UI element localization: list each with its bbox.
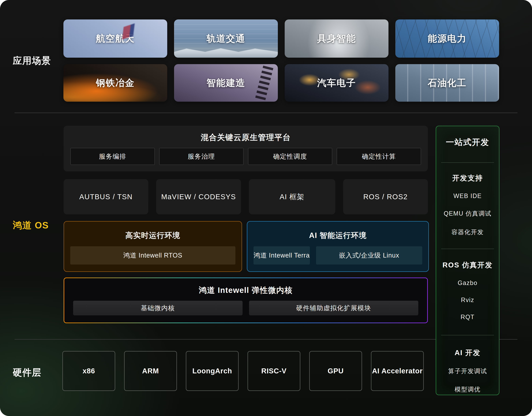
scenario-card-steel-metallurgy: 钢铁冶金 (63, 64, 167, 102)
intewell-rtos-chip: 鸿道 Intewell RTOS (70, 246, 235, 265)
hardware-riscv: RISC-V (247, 351, 300, 391)
section-label-os: 鸿道 OS (13, 219, 49, 232)
realtime-runtime-items: 鸿道 Intewell RTOS (64, 241, 242, 271)
sidebar-heading-ros-sim: ROS 仿真开发 (443, 260, 493, 270)
sidebar-item-qemu-debug: QEMU 仿真调试 (444, 209, 491, 218)
sidebar-item-container-dev: 容器化开发 (451, 228, 484, 236)
realtime-runtime-panel: 高实时运行环境 鸿道 Intewell RTOS (64, 221, 242, 272)
microkernel-panel-border: 鸿道 Intewell 弹性微内核 基础微内核 硬件辅助虚拟化扩展模块 (64, 278, 428, 323)
sidebar-title: 一站式开发 (446, 137, 489, 148)
middleware-row: AUTBUS / TSN MaVIEW / CODESYS AI 框架 ROS … (64, 179, 428, 214)
middleware-autbus-tsn: AUTBUS / TSN (64, 179, 148, 214)
ai-runtime-items: 鸿道 Intewell Terra 嵌入式/企业级 Linux (247, 241, 428, 271)
base-microkernel-chip: 基础微内核 (73, 301, 243, 315)
card-label: 石油化工 (395, 64, 499, 102)
cloud-item-service-governance: 服务治理 (159, 148, 244, 165)
middleware-maview-codesys: MaVIEW / CODESYS (156, 179, 241, 214)
sidebar-heading-dev-support: 开发支持 (452, 173, 483, 183)
card-label: 轨道交通 (174, 19, 278, 58)
one-stop-dev-sidebar: 一站式开发 开发支持 WEB IDE QEMU 仿真调试 容器化开发 ROS 仿… (436, 126, 499, 395)
embedded-enterprise-linux-chip: 嵌入式/企业级 Linux (316, 246, 422, 265)
cloud-item-deterministic-computing: 确定性计算 (337, 148, 421, 165)
scenario-card-automotive-electronics: 汽车电子 (285, 64, 389, 102)
sidebar-item-operator-dev-debug: 算子开发调试 (448, 367, 487, 375)
card-label: 具身智能 (285, 19, 389, 58)
sidebar-item-gazbo: Gazbo (458, 279, 477, 287)
hardware-ai-accelerator: AI Accelerator (371, 351, 424, 391)
microkernel-title: 鸿道 Intewell 弹性微内核 (64, 285, 427, 296)
intewell-terra-chip: 鸿道 Intewell Terra (254, 246, 310, 265)
scenario-card-rail-transit: 轨道交通 (174, 19, 278, 58)
hardware-gpu: GPU (309, 351, 362, 391)
sidebar-heading-ai-dev: AI 开发 (455, 348, 481, 358)
section-label-hardware: 硬件层 (13, 366, 41, 379)
sidebar-item-rviz: Rviz (461, 296, 474, 304)
card-label: 汽车电子 (285, 64, 389, 102)
sidebar-item-rqt: RQT (461, 313, 475, 321)
realtime-runtime-title: 高实时运行环境 (64, 231, 242, 241)
card-label: 智能建造 (174, 64, 278, 102)
cloud-platform-panel: 混合关键云原生管理平台 服务编排 服务治理 确定性调度 确定性计算 (64, 126, 428, 171)
card-label: 航空航天 (63, 19, 167, 58)
card-label: 钢铁冶金 (63, 64, 167, 102)
cloud-platform-items: 服务编排 服务治理 确定性调度 确定性计算 (64, 143, 428, 171)
scenario-card-smart-construction: 智能建造 (174, 64, 278, 102)
scenario-card-grid: 航空航天 轨道交通 具身智能 能源电力 钢铁冶金 智能建造 汽车电子 石油化工 (63, 19, 499, 102)
hardware-loongarch: LoongArch (186, 351, 239, 391)
sidebar-item-model-tuning: 模型调优 (455, 385, 481, 394)
ai-runtime-panel: AI 智能运行环境 鸿道 Intewell Terra 嵌入式/企业级 Linu… (247, 221, 429, 272)
microkernel-panel: 鸿道 Intewell 弹性微内核 基础微内核 硬件辅助虚拟化扩展模块 (64, 278, 427, 322)
middleware-ros: ROS / ROS2 (343, 179, 428, 214)
card-label: 能源电力 (395, 19, 499, 58)
scenario-card-embodied-ai: 具身智能 (285, 19, 389, 58)
middleware-ai-framework: AI 框架 (249, 179, 335, 214)
section-label-scenarios: 应用场景 (13, 55, 51, 67)
hardware-row: x86 ARM LoongArch RISC-V GPU AI Accelera… (62, 351, 424, 391)
sidebar-item-web-ide: WEB IDE (453, 192, 482, 200)
hardware-arm: ARM (124, 351, 177, 391)
ai-runtime-title: AI 智能运行环境 (247, 231, 428, 241)
hardware-x86: x86 (62, 351, 115, 391)
hw-assisted-virtualization-chip: 硬件辅助虚拟化扩展模块 (249, 301, 418, 315)
cloud-item-deterministic-scheduling: 确定性调度 (248, 148, 332, 165)
microkernel-items: 基础微内核 硬件辅助虚拟化扩展模块 (64, 296, 427, 322)
horizontal-divider-top (14, 113, 518, 113)
sidebar-divider (441, 162, 494, 163)
sidebar-divider (441, 335, 494, 335)
scenario-card-aerospace: 航空航天 (63, 19, 167, 58)
cloud-platform-title: 混合关键云原生管理平台 (64, 132, 428, 143)
scenario-card-petrochemical: 石油化工 (395, 64, 499, 102)
scenario-card-energy-power: 能源电力 (395, 19, 499, 58)
sidebar-divider (441, 249, 494, 249)
cloud-item-service-orchestration: 服务编排 (70, 148, 155, 165)
diagram-canvas: 应用场景 鸿道 OS 硬件层 航空航天 轨道交通 具身智能 能源电力 钢铁冶金 … (0, 0, 532, 416)
